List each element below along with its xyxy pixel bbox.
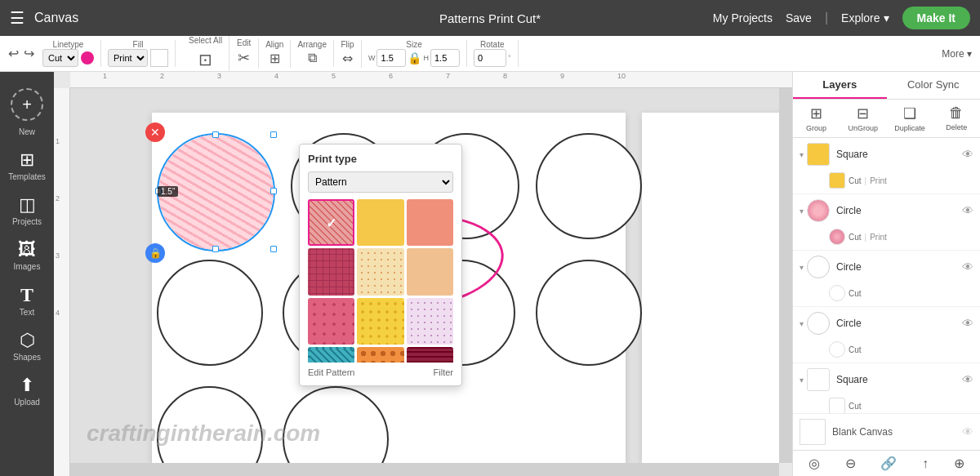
delete-badge[interactable]: ✕	[145, 122, 165, 142]
resize-handle-tr[interactable]	[270, 131, 277, 138]
pattern-swatch-1[interactable]: ✓	[308, 199, 354, 246]
pattern-swatch-6[interactable]	[407, 248, 453, 295]
tab-color-sync[interactable]: Color Sync	[887, 72, 981, 99]
canvas-area[interactable]: 1 2 3 4 5 6 7 8 9 10 1 2 3 4	[54, 72, 792, 476]
ruler-tick: 4	[274, 72, 278, 80]
redo-button[interactable]: ↪	[22, 44, 36, 63]
sub-print-square1: Print	[870, 176, 887, 185]
ungroup-action[interactable]: ⊟ UnGroup	[840, 100, 886, 137]
eye-icon-square2[interactable]: 👁	[962, 373, 973, 386]
more-button[interactable]: More ▾	[940, 47, 973, 61]
fill-select[interactable]: Print	[108, 49, 148, 67]
edit-button[interactable]: ✂	[236, 47, 252, 69]
layer-thumb-circle1	[807, 199, 830, 222]
app-name: Canvas	[34, 11, 78, 25]
topbar-separator: |	[825, 11, 828, 25]
sidebar-item-templates[interactable]: ⊞ Templates	[0, 143, 54, 188]
layer-name-square1: Square	[836, 149, 962, 160]
bottom-action-1[interactable]: ◎	[807, 454, 822, 473]
my-projects-button[interactable]: My Projects	[713, 11, 773, 24]
rotate-input[interactable]	[474, 49, 506, 67]
fill-item: Fill Print	[108, 40, 168, 67]
align-button[interactable]: ⊞	[268, 49, 282, 68]
delete-action[interactable]: 🗑 Delete	[933, 100, 980, 137]
resize-handle-tc[interactable]	[212, 131, 219, 138]
pattern-type-select[interactable]: Pattern Solid None	[308, 171, 453, 193]
resize-handle-bc[interactable]	[212, 246, 219, 252]
arrange-button[interactable]: ⧉	[306, 49, 318, 67]
size-w-input[interactable]	[376, 49, 406, 67]
layer-header-circle3[interactable]: ▾ Circle 👁	[793, 307, 980, 340]
layer-header-circle2[interactable]: ▾ Circle 👁	[793, 251, 980, 283]
layer-item-square1: ▾ Square 👁 Cut | Print	[793, 138, 980, 194]
pattern-swatch-5[interactable]	[357, 248, 403, 295]
scrollbar-vertical[interactable]	[779, 88, 792, 463]
align-item: Align ⊞	[265, 40, 283, 68]
select-all-button[interactable]: ⊡	[197, 48, 214, 71]
eye-icon-square1[interactable]: 👁	[962, 148, 973, 161]
layer-sub-square2: Cut	[793, 396, 980, 413]
menu-icon[interactable]: ☰	[10, 8, 24, 28]
sidebar-item-upload[interactable]: ⬆ Upload	[0, 368, 54, 413]
size-h-input[interactable]	[430, 49, 460, 67]
bottom-action-3[interactable]: 🔗	[879, 454, 898, 473]
save-button[interactable]: Save	[786, 11, 812, 24]
flip-button[interactable]: ⇔	[341, 49, 354, 68]
resize-handle-mr[interactable]	[270, 188, 277, 194]
circle-outline-7[interactable]	[536, 260, 642, 366]
bottom-action-2[interactable]: ⊖	[844, 454, 858, 473]
resize-handle-br[interactable]	[270, 246, 277, 252]
blank-canvas-eye[interactable]: 👁	[962, 425, 973, 438]
bottom-action-4[interactable]: ↑	[920, 455, 930, 473]
duplicate-action[interactable]: ❑ Duplicate	[887, 100, 933, 137]
scrollbar-horizontal[interactable]	[70, 463, 779, 476]
pattern-swatch-12[interactable]	[407, 347, 453, 363]
sidebar-item-images[interactable]: 🖼 Images	[0, 233, 54, 278]
undo-button[interactable]: ↩	[7, 44, 20, 63]
group-icon: ⊞	[810, 105, 822, 122]
pattern-swatch-10[interactable]	[308, 347, 354, 363]
pattern-swatch-3[interactable]	[407, 199, 453, 246]
eye-icon-circle1[interactable]: 👁	[962, 204, 973, 217]
edit-label: Edit	[237, 38, 251, 47]
bottom-layer-actions: ◎ ⊖ 🔗 ↑ ⊕	[793, 450, 980, 476]
eye-icon-circle2[interactable]: 👁	[962, 260, 973, 274]
chevron-down-icon: ▾	[884, 11, 889, 24]
group-action[interactable]: ⊞ Group	[793, 100, 840, 137]
filter-button[interactable]: Filter	[434, 367, 453, 377]
pattern-swatch-8[interactable]	[357, 298, 403, 345]
eye-icon-circle3[interactable]: 👁	[962, 317, 973, 330]
layer-name-circle3: Circle	[836, 318, 962, 329]
pattern-swatch-7[interactable]	[308, 298, 354, 345]
pattern-swatch-9[interactable]	[407, 298, 453, 345]
make-it-button[interactable]: Make It	[902, 7, 970, 29]
layer-item-circle2: ▾ Circle 👁 Cut	[793, 251, 980, 307]
pattern-swatch-11[interactable]	[357, 347, 403, 363]
arrange-label: Arrange	[297, 40, 327, 49]
layer-thumb-square2	[807, 368, 830, 391]
sidebar-item-projects[interactable]: ◫ Projects	[0, 188, 54, 233]
linetype-select[interactable]: Cut	[42, 49, 78, 67]
tab-layers[interactable]: Layers	[793, 72, 887, 99]
sidebar-item-text[interactable]: T Text	[0, 278, 54, 323]
layer-header-circle1[interactable]: ▾ Circle 👁	[793, 194, 980, 227]
delete-label: Delete	[946, 123, 967, 131]
circle-outline-3[interactable]	[536, 133, 642, 239]
chevron-icon-square2: ▾	[800, 376, 804, 385]
blank-canvas-label: Blank Canvas	[832, 426, 962, 438]
explore-button[interactable]: Explore ▾	[841, 11, 889, 24]
layer-header-square1[interactable]: ▾ Square 👁	[793, 138, 980, 171]
pattern-swatch-2[interactable]	[357, 199, 403, 246]
upload-icon: ⬆	[20, 375, 34, 396]
pattern-swatch-4[interactable]	[308, 248, 354, 295]
bottom-action-5[interactable]: ⊕	[952, 454, 966, 473]
edit-pattern-button[interactable]: Edit Pattern	[308, 367, 354, 377]
sidebar-item-new[interactable]: + New	[0, 75, 54, 143]
layer-header-square2[interactable]: ▾ Square 👁	[793, 363, 980, 396]
ruler-tick: 9	[560, 72, 564, 80]
images-icon: 🖼	[18, 239, 36, 260]
sidebar-item-shapes[interactable]: ⬡ Shapes	[0, 323, 54, 368]
circle-outline-4[interactable]	[157, 260, 263, 366]
sub-cut-circle3: Cut	[849, 345, 862, 354]
lock-badge: 🔒	[145, 243, 165, 263]
